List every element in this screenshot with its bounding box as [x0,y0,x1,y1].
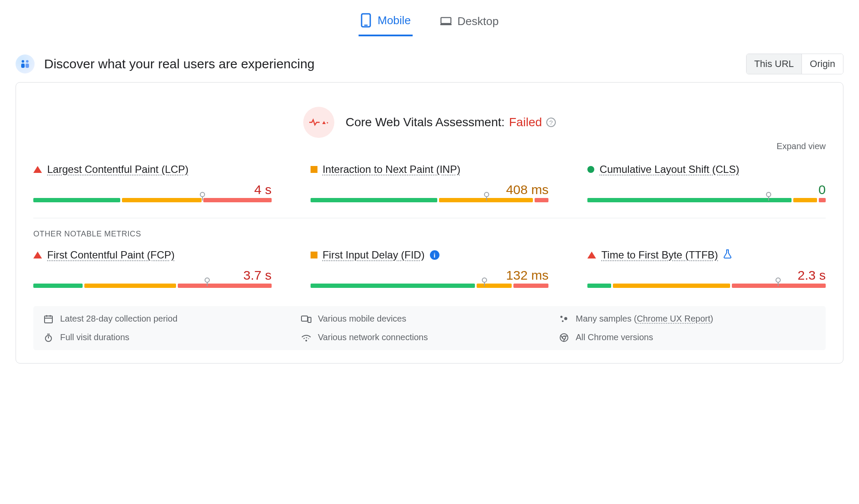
metric-fid-bar [311,284,549,288]
svg-rect-27 [308,317,311,322]
tab-desktop[interactable]: Desktop [439,9,500,36]
marker-icon [204,278,210,286]
assessment-row: Core Web Vitals Assessment: Failed ? [33,107,826,138]
expand-view-link[interactable]: Expand view [33,141,826,151]
crux-link[interactable]: Chrome UX Report [637,314,710,323]
footer-durations: Full visit durations [43,332,301,342]
desktop-icon [440,15,452,27]
marker-icon [484,192,490,201]
svg-rect-1 [364,25,368,26]
metric-cls: Cumulative Layout Shift (CLS) 0 [587,163,826,202]
metric-inp-name[interactable]: Interaction to Next Paint (INP) [323,163,461,175]
svg-rect-7 [26,64,29,68]
svg-point-30 [562,320,564,322]
divider [33,218,826,218]
status-good-icon [587,166,594,173]
footer-devices-text: Various mobile devices [318,314,406,324]
metric-inp-bar [311,198,549,202]
scope-toggle: This URL Origin [746,54,843,74]
scatter-icon [558,314,570,324]
scope-origin[interactable]: Origin [801,54,843,74]
svg-point-34 [305,340,307,341]
footer-devices: Various mobile devices [301,314,558,324]
footer-network: Various network connections [301,332,558,342]
footer-samples-text: Many samples (Chrome UX Report) [576,314,713,324]
svg-rect-22 [45,316,52,323]
scope-this-url[interactable]: This URL [747,54,802,74]
other-metrics: First Contentful Paint (FCP) 3.7 s First… [33,249,826,288]
marker-icon [766,192,772,201]
metric-ttfb: Time to First Byte (TTFB) 2.3 s [587,249,826,288]
svg-point-10 [200,192,205,197]
metric-fcp-name[interactable]: First Contentful Paint (FCP) [47,249,175,261]
metric-lcp: Largest Contentful Paint (LCP) 4 s [33,163,272,202]
metric-cls-bar [587,198,826,202]
metric-inp-value: 408 ms [311,182,549,197]
svg-point-20 [776,278,780,282]
footer-samples: Many samples (Chrome UX Report) [558,314,816,324]
assessment-status-icon [303,107,334,138]
tab-desktop-label: Desktop [458,15,499,28]
help-icon[interactable]: ? [546,118,556,127]
marker-icon [481,278,487,286]
status-needs-improvement-icon [311,166,317,173]
experimental-icon[interactable] [723,249,732,261]
users-icon [16,54,35,73]
svg-rect-26 [301,316,308,321]
tab-mobile[interactable]: Mobile [359,9,413,36]
metric-ttfb-bar [587,284,826,288]
footer-period: Latest 28-day collection period [43,314,301,324]
marker-icon [775,278,781,286]
devices-icon [301,315,312,323]
svg-rect-6 [21,64,25,68]
footer-versions-text: All Chrome versions [576,332,653,342]
footer-versions: All Chrome versions [558,332,816,342]
assessment-label: Core Web Vitals Assessment: [346,115,505,129]
svg-point-4 [22,60,24,63]
header-left: Discover what your real users are experi… [16,54,314,73]
metric-lcp-bar [33,198,272,202]
svg-rect-2 [441,18,451,24]
footer-network-text: Various network connections [318,332,428,342]
section-title: Discover what your real users are experi… [44,57,314,71]
stopwatch-icon [43,333,54,342]
mobile-icon [360,13,372,28]
section-header: Discover what your real users are experi… [16,54,843,74]
device-tabs: Mobile Desktop [16,9,843,36]
metric-ttfb-value: 2.3 s [587,268,826,283]
svg-point-16 [205,278,209,282]
info-icon[interactable]: i [430,250,439,260]
metric-lcp-name[interactable]: Largest Contentful Paint (LCP) [47,163,189,175]
metric-fid-value: 132 ms [311,268,549,283]
status-needs-improvement-icon [311,252,317,258]
metric-fid: First Input Delay (FID) i 132 ms [311,249,549,288]
status-poor-icon [587,252,596,258]
svg-point-9 [327,122,328,124]
svg-point-5 [26,60,29,63]
metric-fid-name[interactable]: First Input Delay (FID) [323,249,425,261]
svg-marker-8 [322,121,326,124]
svg-rect-3 [440,24,452,25]
assessment-status: Failed [509,115,542,129]
metric-cls-value: 0 [587,182,826,197]
metric-fcp-bar [33,284,272,288]
data-collection-footer: Latest 28-day collection period Various … [33,306,826,350]
metric-ttfb-name[interactable]: Time to First Byte (TTFB) [601,249,718,261]
tab-mobile-label: Mobile [378,14,411,27]
metric-cls-name[interactable]: Cumulative Layout Shift (CLS) [599,163,739,175]
chrome-icon [558,333,570,342]
marker-icon [199,192,205,201]
status-poor-icon [33,252,42,258]
vitals-card: Core Web Vitals Assessment: Failed ? Exp… [16,82,843,364]
core-metrics: Largest Contentful Paint (LCP) 4 s Inter… [33,163,826,202]
metric-inp: Interaction to Next Paint (INP) 408 ms [311,163,549,202]
svg-point-12 [484,192,489,197]
svg-point-14 [766,192,771,197]
network-icon [301,334,312,341]
footer-period-text: Latest 28-day collection period [60,314,177,324]
status-poor-icon [33,166,42,173]
footer-durations-text: Full visit durations [60,332,129,342]
assessment-text: Core Web Vitals Assessment: Failed ? [346,115,556,129]
calendar-icon [43,314,54,324]
svg-point-28 [561,316,563,318]
